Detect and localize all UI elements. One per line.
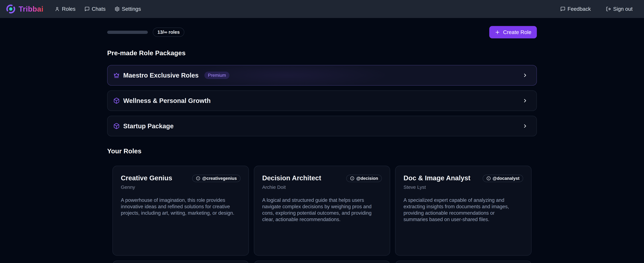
create-role-label: Create Role [503, 29, 531, 35]
role-card-partial[interactable] [112, 261, 249, 263]
nav-item-roles[interactable]: Roles [53, 4, 77, 14]
package-icon [113, 97, 120, 104]
roles-count-badge: 13/∞ roles [153, 28, 184, 37]
feedback-label: Feedback [568, 6, 591, 12]
info-icon [350, 176, 354, 181]
nav-label: Settings [122, 6, 141, 12]
roles-progress-bar [107, 31, 148, 34]
chevron-right-icon [522, 123, 528, 129]
package-title: Wellness & Personal Growth [123, 97, 211, 104]
chevron-right-icon [522, 73, 528, 78]
role-title: Decision Architect [262, 174, 321, 182]
role-subtitle: Genny [121, 185, 240, 190]
role-description: A specialized expert capable of analyzin… [404, 197, 523, 223]
info-icon [196, 176, 200, 181]
plus-icon [495, 29, 500, 35]
role-handle-badge[interactable]: @docanalyst [483, 175, 523, 182]
create-role-button[interactable]: Create Role [489, 26, 537, 38]
role-description: A logical and structured guide that help… [262, 197, 382, 223]
roles-count-label: 13/∞ roles [158, 29, 180, 35]
nav-item-settings[interactable]: Settings [113, 4, 142, 14]
card-header: Doc & Image Analyst @docanalyst [404, 174, 523, 182]
role-handle: @docanalyst [493, 176, 520, 181]
nav-item-chats[interactable]: Chats [83, 4, 107, 14]
top-navbar: Tribbai Roles Chats [0, 0, 644, 18]
main-nav: Roles Chats Settings [53, 4, 142, 14]
signout-label: Sign out [613, 6, 632, 12]
role-subtitle: Archie Doit [262, 185, 382, 190]
roles-toolbar: 13/∞ roles Create Role [107, 26, 537, 38]
role-subtitle: Steve Lyst [404, 185, 523, 190]
crown-icon [113, 72, 120, 78]
premium-badge: Premium [204, 72, 230, 79]
info-icon [486, 176, 491, 181]
navbar-right: Feedback Sign out [559, 4, 634, 14]
package-row-startup[interactable]: Startup Package [107, 116, 537, 136]
role-cards-grid: Creative Genius @creativegenius Genny A … [112, 166, 532, 256]
package-row-wellness[interactable]: Wellness & Personal Growth [107, 90, 537, 111]
package-list: Maestro Exclusive Roles Premium Wellness… [107, 65, 537, 136]
main-content: 13/∞ roles Create Role Pre-made Role Pac… [107, 26, 537, 263]
role-title: Doc & Image Analyst [404, 174, 470, 182]
packages-heading: Pre-made Role Packages [107, 49, 537, 57]
role-handle-badge[interactable]: @creativegenius [192, 175, 240, 182]
role-card-creative-genius[interactable]: Creative Genius @creativegenius Genny A … [112, 166, 249, 256]
next-row-cards-clipped [112, 261, 532, 263]
brand-name: Tribbai [19, 5, 44, 13]
feedback-button[interactable]: Feedback [559, 4, 592, 14]
your-roles-heading: Your Roles [107, 147, 537, 155]
brand-logo[interactable]: Tribbai [6, 4, 44, 14]
role-handle: @decision [356, 176, 378, 181]
chevron-right-icon [522, 98, 528, 103]
package-row-maestro[interactable]: Maestro Exclusive Roles Premium [107, 65, 537, 86]
card-header: Creative Genius @creativegenius [121, 174, 240, 182]
role-handle: @creativegenius [202, 176, 237, 181]
role-description: A powerhouse of imagination, this role p… [121, 197, 240, 216]
tribbai-logo-icon [6, 4, 16, 14]
signout-button[interactable]: Sign out [605, 4, 634, 14]
card-header: Decision Architect @decision [262, 174, 382, 182]
role-card-partial[interactable] [254, 261, 390, 263]
nav-label: Chats [92, 6, 106, 12]
package-title: Startup Package [123, 123, 174, 130]
gear-icon [114, 6, 120, 11]
package-icon [113, 123, 120, 129]
package-title: Maestro Exclusive Roles [123, 72, 198, 79]
role-title: Creative Genius [121, 174, 172, 182]
feedback-bubble-icon [560, 6, 566, 11]
role-card-partial[interactable] [395, 261, 532, 263]
nav-label: Roles [62, 6, 75, 12]
role-card-decision-architect[interactable]: Decision Architect @decision Archie Doit… [254, 166, 390, 256]
chat-icon [84, 6, 90, 11]
role-card-doc-image-analyst[interactable]: Doc & Image Analyst @docanalyst Steve Ly… [395, 166, 532, 256]
logout-icon [606, 6, 611, 11]
user-icon [55, 6, 60, 11]
role-handle-badge[interactable]: @decision [346, 175, 382, 182]
